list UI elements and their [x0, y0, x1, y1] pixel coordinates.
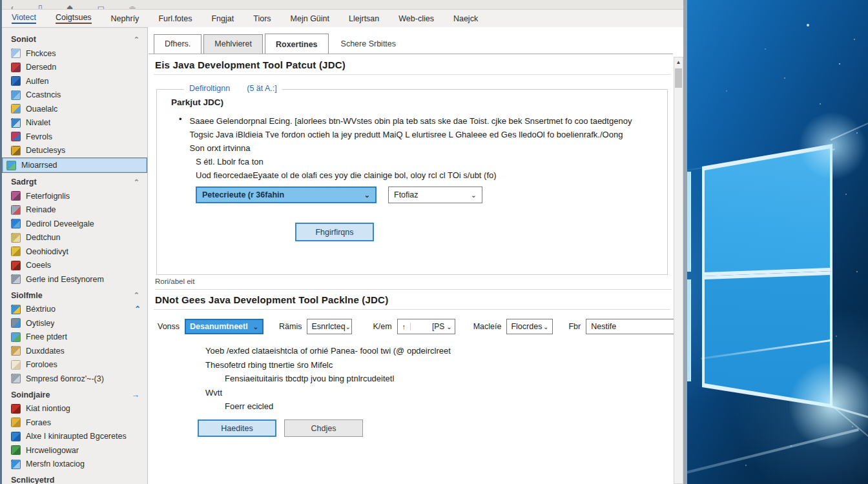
doc-icon[interactable]: ⌯ [129, 5, 136, 10]
action-buttons: Haedites Chdjes [198, 419, 363, 437]
sidebar-item[interactable]: Smpresd 6onroz'~-(3) [2, 372, 147, 386]
sidebar-item[interactable]: Coeels [2, 259, 147, 273]
sidebar-item[interactable]: Ccastncis [2, 88, 147, 103]
vonss-value: Desanumtneetl [190, 322, 248, 331]
sidebar-item[interactable]: Fnee ptdert [2, 330, 147, 345]
sidebar-item[interactable]: Fhckces [2, 46, 147, 61]
updates-icon [11, 346, 21, 356]
legend-link-2[interactable]: (5 ät A.:] [247, 84, 277, 93]
sidebar-item[interactable]: Kiat niontiog [2, 402, 147, 416]
sidebar-item[interactable]: Feterfoignlis [2, 189, 147, 203]
sidebar-item[interactable]: Gerle ind Eestynorem [2, 272, 147, 287]
filter-controls-row: Vonss Desanumtneetl ⌄ Rämis Esnrlcteq ⌄ … [158, 318, 683, 335]
sidebar-item[interactable]: Reinade [2, 203, 147, 217]
pencil-icon [11, 233, 21, 243]
page-icon[interactable]: ▯ [38, 5, 43, 10]
back-icon[interactable]: ‹ [11, 5, 14, 10]
menu-item-2[interactable]: Nephríy [111, 14, 140, 23]
sidebar-item-label: Nivalet [26, 118, 50, 127]
ramis-value: Esnrlcteq [311, 322, 345, 331]
sidebar-section-header[interactable]: Soniot⌃ [2, 32, 147, 46]
legend-link-1[interactable]: Defiroltignn [189, 84, 230, 93]
sidebar-item[interactable]: Oytisley [2, 316, 147, 330]
section-title: Sadrgt [11, 177, 134, 187]
bullet-line: Son orxt irtvinna [190, 141, 632, 155]
profile-dropdown[interactable]: Ftofiaz ⌄ [388, 187, 482, 203]
sidebar-item[interactable]: Detuclesys [2, 144, 147, 158]
sidebar-item[interactable]: Duxddates [2, 344, 147, 358]
menu-item-0[interactable]: Viotect [12, 13, 36, 24]
hardware-icon [11, 445, 21, 455]
tab-2[interactable]: Roxertines [265, 34, 329, 54]
menu-item-7[interactable]: Llejrtsan [349, 14, 379, 23]
sidebar-item[interactable]: Ouaelalc [2, 102, 147, 116]
macleie-dropdown[interactable]: Flocrdes ⌄ [506, 319, 553, 334]
glow-effect [794, 107, 868, 185]
chevron-up-icon[interactable]: ⌃ [134, 305, 141, 314]
menu-item-1[interactable]: Coigtsues [56, 13, 92, 24]
sidebar-item[interactable]: Dedtchun [2, 231, 147, 245]
changes-button[interactable]: Chdjes [284, 419, 363, 437]
forms-icon [11, 418, 21, 427]
sidebar-item[interactable]: Aulfen [2, 74, 147, 88]
window-icon[interactable]: ▭ [98, 5, 105, 10]
vonss-dropdown[interactable]: Desanumtneetl ⌄ [185, 319, 264, 334]
sidebar-item[interactable]: Nivalet [2, 116, 147, 130]
vonss-label: Vonss [158, 322, 180, 331]
sidebar-item-label: Alxe I kiniraupted Bgceretes [26, 432, 127, 441]
ramis-dropdown[interactable]: Esnrlcteq ⌄ [307, 319, 352, 334]
group-line-1: S étl. Lbolr fca ton [196, 157, 264, 166]
jdk-dropdown[interactable]: Petecrieute (r 36fahin ⌄ [196, 187, 377, 203]
chevron-up-icon[interactable]: ⌃ [134, 35, 140, 44]
menu-item-4[interactable]: Fngjat [211, 14, 234, 23]
vertical-scrollbar[interactable]: ▲ [674, 57, 683, 484]
kem-stepper[interactable]: ↑ [PS ⌄ [397, 319, 455, 334]
sidebar-item[interactable]: Alxe I kiniraupted Bgceretes [2, 430, 147, 444]
preferences-icon [11, 191, 21, 201]
configure-button[interactable]: Fhgirfirqns [295, 223, 374, 241]
app-window: ‹▯◆▭⌯ ViotectCoigtsuesNephríyFurl.fotesF… [0, 0, 685, 484]
toolbar: ‹▯◆▭⌯ [2, 0, 685, 10]
scrollbar-thumb[interactable] [675, 68, 682, 88]
sidebar-section-header[interactable]: Scnlicyetrd [2, 473, 147, 484]
sidebar-item-label: Dersedn [26, 63, 56, 72]
chevron-up-icon[interactable]: ⌃ [134, 291, 140, 299]
menu-item-8[interactable]: Web-clies [398, 14, 434, 23]
menu-item-5[interactable]: Tiors [253, 14, 271, 23]
archive-icon [11, 247, 21, 256]
sidebar-item[interactable]: Fevrols [2, 130, 147, 144]
divider [154, 74, 670, 75]
sidebar-item-label: Ccastncis [26, 90, 61, 99]
sidebar-item[interactable]: Béxtriuo⌃ [2, 303, 147, 317]
sidebar-section-header[interactable]: Siolfmle⌃ [2, 288, 147, 303]
scroll-up-icon[interactable]: ▲ [674, 57, 683, 67]
page-title: Eis Java Development Tool Patcut (JDC) [155, 59, 346, 70]
sidebar-item[interactable]: Mersfn loxtaciog [2, 458, 147, 472]
fbr-input[interactable]: Nestife [586, 319, 683, 334]
sidebar-item[interactable]: Dedirol Deveelgale [2, 217, 147, 231]
arrow-right-icon[interactable]: → [131, 390, 140, 399]
sidebar-section-header[interactable]: Sadrgt⌃ [2, 175, 147, 189]
arrow-up-icon[interactable]: ↑ [398, 323, 411, 330]
sidebar-section-header[interactable]: Soindjaire→ [2, 388, 147, 402]
menu-item-9[interactable]: Naejck [453, 14, 478, 23]
sidebar-item[interactable]: Hrcweliogowar [2, 443, 147, 458]
sidebar-item-label: Reinade [26, 205, 56, 214]
apply-button[interactable]: Haedites [198, 419, 276, 437]
sidebar-item[interactable]: Foroloes [2, 358, 147, 372]
filter-icon[interactable]: ◆ [67, 5, 73, 10]
tab-1[interactable]: Mehlvieret [203, 34, 263, 54]
chevron-up-icon[interactable]: ⌃ [134, 178, 140, 187]
sidebar-item[interactable]: Mioarrsed [2, 157, 147, 173]
tab-3[interactable]: Schere Srbittes [331, 35, 406, 54]
tab-0[interactable]: Dfhers. [154, 34, 202, 54]
overlay-icon [11, 104, 21, 114]
menu-item-6[interactable]: Mejn Güint [291, 14, 329, 23]
sidebar-item[interactable]: Dersedn [2, 61, 147, 75]
sidebar-item[interactable]: Foraes [2, 416, 147, 430]
sidebar-item-label: Fhckces [26, 49, 56, 58]
sidebar-item[interactable]: Oeohiodivyt [2, 245, 147, 259]
chevron-down-icon: ⌄ [346, 323, 351, 330]
menu-item-3[interactable]: Furl.fotes [158, 14, 192, 23]
section-title: Siolfmle [11, 291, 134, 300]
